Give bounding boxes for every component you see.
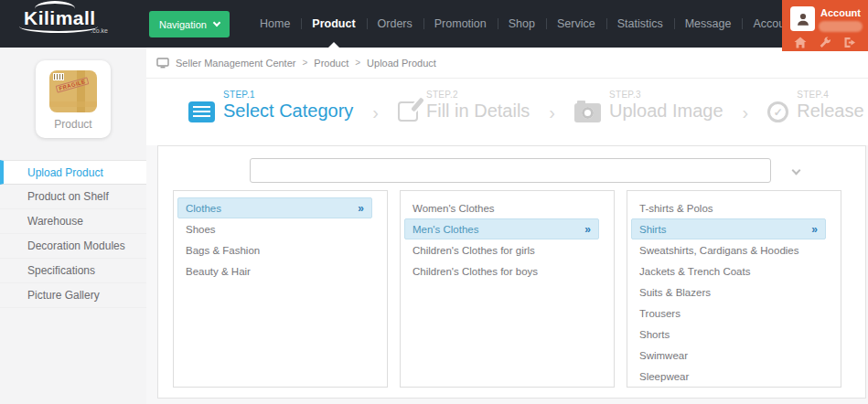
category-item-label: Sleepwear [639, 371, 689, 382]
category-item-t-shirts-polos[interactable]: T-shirts & Polos [631, 197, 826, 218]
category-item-label: Suits & Blazers [639, 287, 711, 298]
category-item-label: Shoes [186, 224, 216, 235]
menu-item-promotion[interactable]: Promotion [423, 0, 498, 48]
avatar[interactable] [790, 6, 815, 31]
category-item-label: Sweatshirts, Cardigans & Hoodies [639, 245, 799, 256]
category-item-label: Shorts [639, 329, 670, 340]
box-flap [49, 101, 97, 107]
breadcrumb-product[interactable]: Product [314, 58, 348, 69]
step-number-label: STEP.1 [223, 90, 353, 100]
category-item-label: Women's Clothes [413, 203, 495, 214]
step-select-category: STEP.1Select Category [188, 90, 353, 122]
menu-item-message[interactable]: Message [674, 0, 743, 48]
edit-icon [398, 101, 418, 122]
product-card[interactable]: FRAGILE Product [36, 60, 111, 138]
dropdown-chevron-icon[interactable] [792, 166, 801, 175]
step-arrow-icon: › [372, 102, 379, 123]
product-card-label: Product [54, 118, 91, 131]
menu-item-statistics[interactable]: Statistics [606, 0, 674, 48]
step-text: STEP.1Select Category [223, 90, 353, 122]
step-number-label: STEP.2 [426, 90, 530, 100]
step-arrow-icon: › [743, 102, 749, 123]
category-item-swimwear[interactable]: Swimwear [631, 345, 826, 366]
category-panel: Clothes»ShoesBags & FashionBeauty & Hair… [157, 145, 866, 399]
category-item-suits-blazers[interactable]: Suits & Blazers [631, 282, 826, 303]
sidebar-item-decoration-modules[interactable]: Decoration Modules [0, 234, 146, 259]
category-item-shorts[interactable]: Shorts [631, 324, 826, 345]
monitor-icon [156, 58, 169, 69]
category-item-jackets-trench-coats[interactable]: Jackets & Trench Coats [631, 260, 826, 282]
navigation-button[interactable]: Navigation [149, 11, 230, 37]
sidebar-item-warehouse[interactable]: Warehouse [0, 209, 146, 234]
menu-item-orders[interactable]: Orders [367, 0, 423, 48]
menu-item-product[interactable]: Product [301, 0, 366, 48]
category-item-sleepwear[interactable]: Sleepwear [631, 366, 826, 387]
camera-icon-wrap [574, 101, 601, 122]
package-box-icon: FRAGILE [49, 70, 97, 112]
person-icon [796, 12, 810, 27]
category-search-row [158, 146, 865, 190]
category-item-women-s-clothes[interactable]: Women's Clothes [404, 197, 599, 218]
navigation-button-label: Navigation [159, 19, 207, 30]
step-text: STEP.4Release Success [797, 90, 868, 122]
category-item-label: Children's Clothes for girls [413, 245, 535, 256]
category-item-children-s-clothes-for-boys[interactable]: Children's Clothes for boys [404, 260, 599, 282]
category-item-trousers[interactable]: Trousers [631, 303, 826, 324]
step-fill-in-details[interactable]: STEP.2Fill in Details [398, 90, 530, 122]
category-item-label: Men's Clothes [413, 224, 479, 235]
double-chevron-right-icon: » [358, 202, 364, 215]
menu-item-shop[interactable]: Shop [498, 0, 546, 48]
logout-icon[interactable] [843, 37, 856, 48]
breadcrumb: Seller Management Center > Product > Upl… [146, 48, 868, 79]
category-item-clothes[interactable]: Clothes» [177, 197, 372, 218]
category-columns: Clothes»ShoesBags & FashionBeauty & Hair… [158, 190, 865, 388]
account-username-redacted [819, 21, 863, 32]
account-label: Account [820, 7, 861, 18]
category-column-3: T-shirts & PolosShirts»Sweatshirts, Card… [627, 190, 841, 388]
account-quick-icons [782, 37, 868, 48]
breadcrumb-seller-management-center[interactable]: Seller Management Center [176, 58, 295, 69]
camera-icon [574, 103, 601, 122]
step-upload-image[interactable]: STEP.3Upload Image [574, 90, 723, 122]
step-title: Release Success [797, 101, 868, 122]
category-item-children-s-clothes-for-girls[interactable]: Children's Clothes for girls [404, 239, 599, 260]
category-item-label: Bags & Fashion [186, 245, 260, 256]
category-item-sweatshirts-cardigans-hoodies[interactable]: Sweatshirts, Cardigans & Hoodies [631, 239, 826, 260]
check-circle-icon-wrap [767, 101, 788, 122]
sidebar-item-specifications[interactable]: Specifications [0, 259, 146, 283]
list-icon-wrap [188, 101, 215, 122]
home-icon[interactable] [794, 37, 807, 48]
menu-item-service[interactable]: Service [546, 0, 606, 48]
category-item-beauty-hair[interactable]: Beauty & Hair [177, 260, 372, 282]
sidebar-item-product-on-shelf[interactable]: Product on Shelf [0, 185, 146, 209]
chevron-down-icon [213, 19, 220, 27]
step-number-label: STEP.3 [609, 90, 723, 100]
category-item-bags-fashion[interactable]: Bags & Fashion [177, 239, 372, 260]
category-item-shirts[interactable]: Shirts» [631, 218, 826, 239]
sidebar-item-upload-product[interactable]: Upload Product [0, 160, 146, 185]
steps-bar: STEP.1Select Category›STEP.2Fill in Deta… [146, 79, 868, 145]
category-item-men-s-clothes[interactable]: Men's Clothes» [404, 218, 599, 239]
box-barcode [53, 73, 64, 80]
kilimall-logo[interactable]: Kilimall .co.ke [24, 7, 115, 34]
menu-item-home[interactable]: Home [249, 0, 301, 48]
step-number-label: STEP.4 [797, 90, 868, 100]
breadcrumb-upload-product[interactable]: Upload Product [367, 58, 436, 69]
step-title: Fill in Details [426, 101, 530, 122]
category-search-input[interactable] [250, 158, 771, 183]
category-column-1: Clothes»ShoesBags & FashionBeauty & Hair [173, 190, 388, 388]
list-icon [188, 101, 215, 122]
sidebar-item-picture-gallery[interactable]: Picture Gallery [0, 283, 146, 308]
sidebar-menu: Upload ProductProduct on ShelfWarehouseD… [0, 160, 146, 308]
step-release-success[interactable]: STEP.4Release Success [767, 90, 868, 122]
wrench-icon[interactable] [819, 37, 831, 48]
category-item-label: Trousers [639, 308, 680, 319]
category-item-label: Beauty & Hair [186, 266, 251, 277]
check-circle-icon [767, 101, 788, 122]
step-title: Select Category [223, 101, 353, 122]
account-panel: Account [782, 0, 868, 51]
breadcrumb-separator: > [302, 58, 307, 68]
double-chevron-right-icon: » [584, 223, 591, 236]
category-item-shoes[interactable]: Shoes [177, 218, 372, 239]
category-item-label: Shirts [639, 224, 666, 235]
